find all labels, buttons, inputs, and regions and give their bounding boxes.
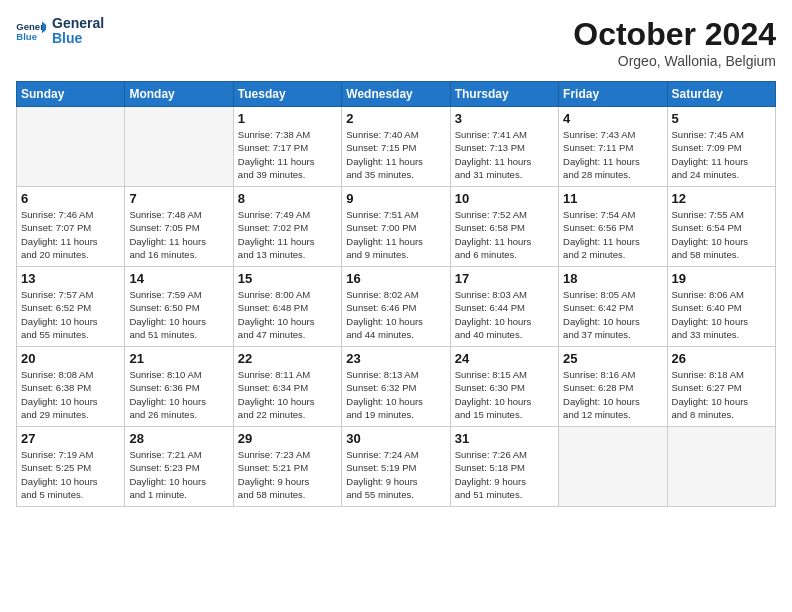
- day-cell: 18Sunrise: 8:05 AMSunset: 6:42 PMDayligh…: [559, 267, 667, 347]
- day-cell: 26Sunrise: 8:18 AMSunset: 6:27 PMDayligh…: [667, 347, 775, 427]
- day-cell: 27Sunrise: 7:19 AMSunset: 5:25 PMDayligh…: [17, 427, 125, 507]
- day-detail: Sunrise: 7:45 AMSunset: 7:09 PMDaylight:…: [672, 128, 771, 181]
- day-detail: Sunrise: 7:51 AMSunset: 7:00 PMDaylight:…: [346, 208, 445, 261]
- day-number: 29: [238, 431, 337, 446]
- day-cell: [559, 427, 667, 507]
- day-number: 20: [21, 351, 120, 366]
- day-number: 2: [346, 111, 445, 126]
- day-detail: Sunrise: 7:54 AMSunset: 6:56 PMDaylight:…: [563, 208, 662, 261]
- day-number: 13: [21, 271, 120, 286]
- week-row-5: 27Sunrise: 7:19 AMSunset: 5:25 PMDayligh…: [17, 427, 776, 507]
- col-thursday: Thursday: [450, 82, 558, 107]
- calendar-subtitle: Orgeo, Wallonia, Belgium: [573, 53, 776, 69]
- day-detail: Sunrise: 7:24 AMSunset: 5:19 PMDaylight:…: [346, 448, 445, 501]
- day-detail: Sunrise: 7:38 AMSunset: 7:17 PMDaylight:…: [238, 128, 337, 181]
- col-wednesday: Wednesday: [342, 82, 450, 107]
- day-detail: Sunrise: 8:16 AMSunset: 6:28 PMDaylight:…: [563, 368, 662, 421]
- day-number: 4: [563, 111, 662, 126]
- day-number: 23: [346, 351, 445, 366]
- day-detail: Sunrise: 7:55 AMSunset: 6:54 PMDaylight:…: [672, 208, 771, 261]
- logo: General Blue General Blue: [16, 16, 104, 47]
- col-sunday: Sunday: [17, 82, 125, 107]
- col-saturday: Saturday: [667, 82, 775, 107]
- day-number: 21: [129, 351, 228, 366]
- day-number: 28: [129, 431, 228, 446]
- day-cell: [667, 427, 775, 507]
- day-number: 3: [455, 111, 554, 126]
- header-row: Sunday Monday Tuesday Wednesday Thursday…: [17, 82, 776, 107]
- day-detail: Sunrise: 8:15 AMSunset: 6:30 PMDaylight:…: [455, 368, 554, 421]
- title-area: October 2024 Orgeo, Wallonia, Belgium: [573, 16, 776, 69]
- day-cell: [125, 107, 233, 187]
- day-cell: 4Sunrise: 7:43 AMSunset: 7:11 PMDaylight…: [559, 107, 667, 187]
- day-cell: 21Sunrise: 8:10 AMSunset: 6:36 PMDayligh…: [125, 347, 233, 427]
- day-cell: 6Sunrise: 7:46 AMSunset: 7:07 PMDaylight…: [17, 187, 125, 267]
- day-cell: [17, 107, 125, 187]
- week-row-1: 1Sunrise: 7:38 AMSunset: 7:17 PMDaylight…: [17, 107, 776, 187]
- day-number: 10: [455, 191, 554, 206]
- day-detail: Sunrise: 8:05 AMSunset: 6:42 PMDaylight:…: [563, 288, 662, 341]
- day-number: 15: [238, 271, 337, 286]
- day-cell: 25Sunrise: 8:16 AMSunset: 6:28 PMDayligh…: [559, 347, 667, 427]
- day-detail: Sunrise: 8:18 AMSunset: 6:27 PMDaylight:…: [672, 368, 771, 421]
- day-detail: Sunrise: 7:21 AMSunset: 5:23 PMDaylight:…: [129, 448, 228, 501]
- day-detail: Sunrise: 8:10 AMSunset: 6:36 PMDaylight:…: [129, 368, 228, 421]
- day-number: 9: [346, 191, 445, 206]
- week-row-3: 13Sunrise: 7:57 AMSunset: 6:52 PMDayligh…: [17, 267, 776, 347]
- calendar-table: Sunday Monday Tuesday Wednesday Thursday…: [16, 81, 776, 507]
- day-detail: Sunrise: 7:26 AMSunset: 5:18 PMDaylight:…: [455, 448, 554, 501]
- day-number: 7: [129, 191, 228, 206]
- day-number: 19: [672, 271, 771, 286]
- day-number: 30: [346, 431, 445, 446]
- day-cell: 5Sunrise: 7:45 AMSunset: 7:09 PMDaylight…: [667, 107, 775, 187]
- col-friday: Friday: [559, 82, 667, 107]
- day-number: 17: [455, 271, 554, 286]
- day-cell: 13Sunrise: 7:57 AMSunset: 6:52 PMDayligh…: [17, 267, 125, 347]
- day-number: 5: [672, 111, 771, 126]
- day-cell: 20Sunrise: 8:08 AMSunset: 6:38 PMDayligh…: [17, 347, 125, 427]
- day-cell: 22Sunrise: 8:11 AMSunset: 6:34 PMDayligh…: [233, 347, 341, 427]
- day-number: 26: [672, 351, 771, 366]
- day-number: 31: [455, 431, 554, 446]
- day-number: 25: [563, 351, 662, 366]
- col-monday: Monday: [125, 82, 233, 107]
- day-detail: Sunrise: 7:43 AMSunset: 7:11 PMDaylight:…: [563, 128, 662, 181]
- day-detail: Sunrise: 8:06 AMSunset: 6:40 PMDaylight:…: [672, 288, 771, 341]
- day-detail: Sunrise: 7:19 AMSunset: 5:25 PMDaylight:…: [21, 448, 120, 501]
- day-number: 12: [672, 191, 771, 206]
- day-cell: 10Sunrise: 7:52 AMSunset: 6:58 PMDayligh…: [450, 187, 558, 267]
- day-number: 1: [238, 111, 337, 126]
- day-number: 11: [563, 191, 662, 206]
- svg-text:Blue: Blue: [16, 31, 37, 42]
- day-detail: Sunrise: 7:40 AMSunset: 7:15 PMDaylight:…: [346, 128, 445, 181]
- day-cell: 8Sunrise: 7:49 AMSunset: 7:02 PMDaylight…: [233, 187, 341, 267]
- day-number: 27: [21, 431, 120, 446]
- day-detail: Sunrise: 8:11 AMSunset: 6:34 PMDaylight:…: [238, 368, 337, 421]
- generalblue-logo-icon: General Blue: [16, 20, 46, 42]
- day-number: 14: [129, 271, 228, 286]
- day-cell: 11Sunrise: 7:54 AMSunset: 6:56 PMDayligh…: [559, 187, 667, 267]
- day-cell: 19Sunrise: 8:06 AMSunset: 6:40 PMDayligh…: [667, 267, 775, 347]
- week-row-2: 6Sunrise: 7:46 AMSunset: 7:07 PMDaylight…: [17, 187, 776, 267]
- day-cell: 24Sunrise: 8:15 AMSunset: 6:30 PMDayligh…: [450, 347, 558, 427]
- day-cell: 2Sunrise: 7:40 AMSunset: 7:15 PMDaylight…: [342, 107, 450, 187]
- day-cell: 12Sunrise: 7:55 AMSunset: 6:54 PMDayligh…: [667, 187, 775, 267]
- day-detail: Sunrise: 7:57 AMSunset: 6:52 PMDaylight:…: [21, 288, 120, 341]
- day-detail: Sunrise: 8:13 AMSunset: 6:32 PMDaylight:…: [346, 368, 445, 421]
- logo-general: General: [52, 16, 104, 31]
- logo-blue: Blue: [52, 31, 104, 46]
- day-detail: Sunrise: 8:02 AMSunset: 6:46 PMDaylight:…: [346, 288, 445, 341]
- day-number: 16: [346, 271, 445, 286]
- day-number: 8: [238, 191, 337, 206]
- day-cell: 31Sunrise: 7:26 AMSunset: 5:18 PMDayligh…: [450, 427, 558, 507]
- day-number: 22: [238, 351, 337, 366]
- day-detail: Sunrise: 7:41 AMSunset: 7:13 PMDaylight:…: [455, 128, 554, 181]
- day-detail: Sunrise: 8:00 AMSunset: 6:48 PMDaylight:…: [238, 288, 337, 341]
- day-cell: 16Sunrise: 8:02 AMSunset: 6:46 PMDayligh…: [342, 267, 450, 347]
- day-number: 18: [563, 271, 662, 286]
- day-cell: 30Sunrise: 7:24 AMSunset: 5:19 PMDayligh…: [342, 427, 450, 507]
- day-cell: 9Sunrise: 7:51 AMSunset: 7:00 PMDaylight…: [342, 187, 450, 267]
- day-cell: 17Sunrise: 8:03 AMSunset: 6:44 PMDayligh…: [450, 267, 558, 347]
- header: General Blue General Blue October 2024 O…: [16, 16, 776, 69]
- day-detail: Sunrise: 7:46 AMSunset: 7:07 PMDaylight:…: [21, 208, 120, 261]
